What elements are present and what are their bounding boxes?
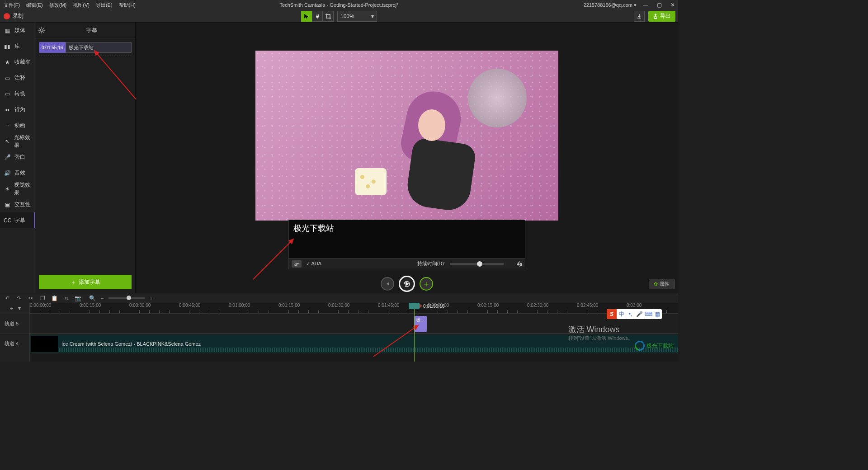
ruler-tick: 0:01:30;00 [328, 303, 349, 308]
maximize-button[interactable]: ▢ [656, 2, 662, 8]
ruler-tick: 0:01:45;00 [378, 303, 399, 308]
ruler-tick: 0:02:30;00 [527, 303, 548, 308]
tool-animations[interactable]: →动画 [0, 118, 35, 133]
snapshot-button[interactable]: 📷 [74, 295, 81, 302]
caption-font-button[interactable]: a ▾ [292, 260, 302, 268]
window-title: TechSmith Camtasia - Getting-Started-Pro… [280, 2, 399, 8]
ime-lang-button[interactable]: 中 [617, 309, 626, 319]
caption-panel: 字幕 0:01:55;16 极光下载站 ＋ 添加字幕 [35, 23, 136, 293]
add-track-button[interactable]: ＋ [9, 305, 14, 312]
ruler-tick: 0:00:30;00 [129, 303, 151, 308]
ruler-tick: 0:01:15;00 [278, 303, 300, 308]
caption-clip[interactable]: 极... [414, 316, 427, 332]
timeline-ruler[interactable]: 0:01:55;16 0:00:00;000:00:15;000:00:30;0… [30, 303, 678, 314]
play-loop-button[interactable] [399, 276, 415, 292]
interact-icon: ▣ [4, 202, 11, 208]
tool-transitions[interactable]: ▭转换 [0, 86, 35, 102]
add-caption-button[interactable]: ＋ 添加字幕 [39, 275, 132, 289]
timeline-toolbar: ↶ ↷ ✂ ❐ 📋 ⎋ 📷 🔍 − + [0, 293, 678, 303]
caption-editor: 极光下载站 a ▾ ✓ ADA 持续时间(D): 4s [288, 220, 525, 269]
svg-point-2 [519, 263, 521, 265]
tool-captions[interactable]: CC字幕 [0, 212, 35, 228]
ruler-tick: 0:00:45;00 [179, 303, 200, 308]
ruler-tick: 0:03:00 [627, 303, 642, 308]
speaker-icon: 🔊 [4, 170, 11, 176]
timeline: ＋ ▾ 轨道 5 轨道 4 0:01:55;16 0:00:00;000:00:… [0, 303, 678, 362]
ada-toggle[interactable]: ✓ ADA [306, 261, 321, 267]
menu-view[interactable]: 视图(V) [73, 2, 90, 9]
ime-voice-button[interactable]: 🎤 [635, 309, 644, 319]
menu-file[interactable]: 文件(F) [4, 2, 20, 9]
tool-behaviors[interactable]: ▪▪行为 [0, 102, 35, 118]
redo-button[interactable]: ↷ [15, 295, 23, 302]
ruler-tick: 0:02:15;00 [477, 303, 499, 308]
playhead-time: 0:01:55;16 [423, 304, 444, 309]
ime-keyboard-button[interactable]: ⌨ [644, 309, 653, 319]
ime-toolbar[interactable]: S 中 •, 🎤 ⌨ ▦ [607, 309, 662, 319]
ime-menu-button[interactable]: ▦ [653, 309, 662, 319]
transition-icon: ▭ [4, 91, 11, 97]
split-button[interactable]: ⎋ [62, 295, 70, 302]
track-menu-button[interactable]: ▾ [18, 305, 21, 311]
paste-button[interactable]: 📋 [51, 295, 58, 302]
zoom-select[interactable]: 100%▾ [337, 11, 377, 22]
ruler-tick: 0:00:00;00 [30, 303, 51, 308]
cut-button[interactable]: ✂ [27, 295, 34, 302]
next-add-caption-button[interactable]: ＋ [420, 277, 433, 291]
ime-punct-button[interactable]: •, [626, 309, 635, 319]
download-button[interactable] [634, 11, 645, 22]
select-tool[interactable] [301, 11, 312, 22]
tool-cursor-fx[interactable]: ↖光标效果 [0, 133, 35, 149]
caption-item-text[interactable]: 极光下载站 [66, 42, 132, 53]
tool-library[interactable]: ▮▮库 [0, 38, 35, 54]
tool-favorites[interactable]: ★收藏夹 [0, 54, 35, 70]
tool-narration[interactable]: 🎤旁白 [0, 149, 35, 165]
caption-text-input[interactable]: 极光下载站 [288, 220, 525, 258]
tool-media[interactable]: ▦媒体 [0, 23, 35, 38]
menu-modify[interactable]: 修改(M) [49, 2, 67, 9]
behavior-icon: ▪▪ [4, 107, 11, 113]
zoom-in-button[interactable]: + [147, 295, 155, 302]
menu-export[interactable]: 导出(E) [96, 2, 113, 9]
caption-settings-button[interactable] [35, 27, 48, 33]
star-icon: ★ [4, 59, 11, 66]
plus-icon: ＋ [71, 278, 76, 286]
audio-waveform [59, 348, 678, 352]
caption-editor-settings[interactable] [517, 261, 522, 267]
cc-icon: CC [4, 217, 11, 224]
crop-tool[interactable] [323, 11, 334, 22]
library-icon: ▮▮ [4, 43, 11, 50]
tool-annotations[interactable]: ▭注释 [0, 70, 35, 86]
zoom-out-button[interactable]: − [99, 295, 106, 302]
prev-caption-button[interactable] [381, 277, 394, 291]
caption-item[interactable]: 0:01:55;16 极光下载站 [39, 42, 132, 53]
record-button[interactable]: 录制 [13, 12, 24, 20]
menu-help[interactable]: 帮助(H) [119, 2, 136, 9]
track-label-5[interactable]: 轨道 5 [0, 314, 29, 334]
tool-interactivity[interactable]: ▣交互性 [0, 197, 35, 212]
chevron-down-icon: ▾ [371, 13, 374, 19]
menu-edit[interactable]: 编辑(E) [26, 2, 43, 9]
tool-visual-fx[interactable]: ✶视觉效果 [0, 181, 35, 197]
caption-item-time: 0:01:55;16 [39, 42, 66, 53]
minimize-button[interactable]: — [643, 2, 648, 8]
duration-slider[interactable] [450, 263, 504, 265]
copy-button[interactable]: ❐ [39, 295, 46, 302]
clip-thumbnail [31, 336, 58, 352]
undo-button[interactable]: ↶ [4, 295, 11, 302]
account-menu[interactable]: 2215788156@qq.com ▾ [584, 2, 637, 8]
video-preview[interactable] [255, 51, 558, 221]
site-watermark: 极光下载站 [635, 339, 675, 352]
playhead-handle[interactable]: 0:01:55;16 [409, 303, 444, 309]
svg-line-3 [253, 239, 294, 279]
properties-button[interactable]: ✿ 属性 [649, 279, 675, 289]
tool-audio-fx[interactable]: 🔊音效 [0, 165, 35, 181]
pan-tool[interactable] [312, 11, 323, 22]
share-icon [653, 14, 658, 19]
track-label-4[interactable]: 轨道 4 [0, 334, 29, 353]
close-button[interactable]: ✕ [670, 2, 675, 8]
fx-icon: ✶ [4, 186, 10, 192]
timeline-zoom-slider[interactable] [108, 297, 145, 299]
record-icon [4, 13, 10, 19]
export-button[interactable]: 导出 [648, 11, 675, 22]
